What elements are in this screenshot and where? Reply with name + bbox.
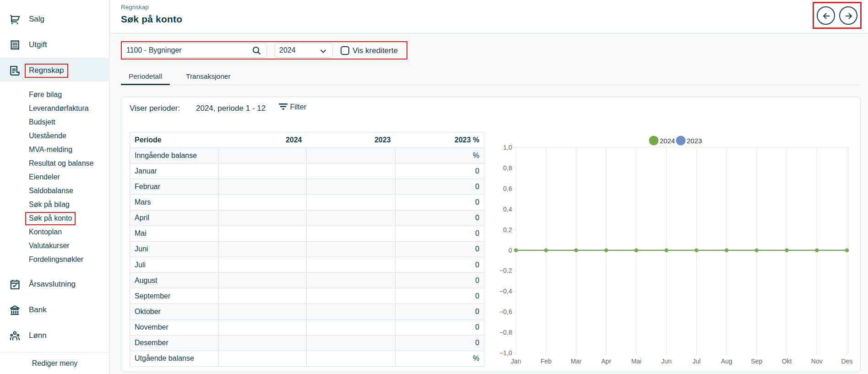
svg-text:Sep: Sep [751,358,762,365]
svg-text:Jan: Jan [511,358,521,365]
svg-text:Aug: Aug [721,358,732,365]
svg-text:Mar: Mar [570,358,581,365]
svg-text:−0,6: −0,6 [499,308,512,315]
svg-text:−1,0: −1,0 [499,349,512,357]
svg-text:Mai: Mai [631,358,642,365]
svg-text:0: 0 [509,247,512,254]
svg-text:−0,4: −0,4 [499,287,512,295]
svg-text:Feb: Feb [541,358,552,365]
svg-text:0,6: 0,6 [503,185,512,192]
svg-text:0,4: 0,4 [503,206,512,213]
svg-text:Des: Des [841,358,853,365]
svg-text:Jun: Jun [661,358,672,365]
svg-text:1,0: 1,0 [503,144,512,151]
svg-text:Jul: Jul [692,358,700,365]
svg-text:0,8: 0,8 [503,164,512,172]
svg-text:−0,2: −0,2 [499,267,512,274]
svg-text:Nov: Nov [811,358,823,365]
svg-text:0,2: 0,2 [503,226,512,233]
svg-text:−0,8: −0,8 [499,329,512,336]
svg-text:Okt: Okt [782,358,792,365]
svg-text:2024: 2024 [660,137,675,145]
svg-text:2023: 2023 [687,137,702,145]
svg-text:Apr: Apr [601,358,611,365]
